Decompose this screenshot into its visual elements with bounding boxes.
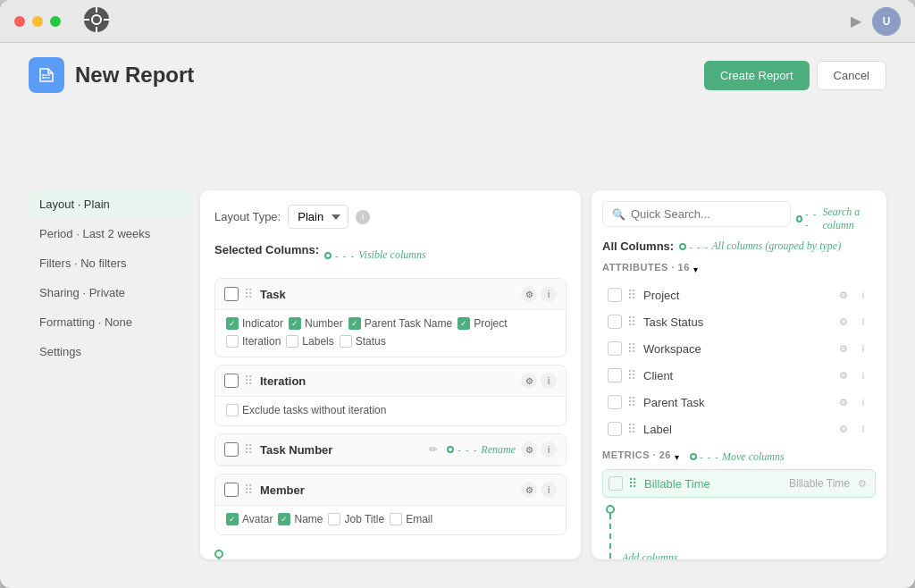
task-number-card-checkbox[interactable] [224, 442, 239, 457]
iteration-card-header: ⠿ Iteration ⚙ i [215, 365, 566, 397]
avatar-checkbox[interactable]: ✓ [226, 513, 239, 525]
sub-item-parent-task-name[interactable]: ✓ Parent Task Name [348, 317, 453, 330]
sub-item-number[interactable]: ✓ Number [289, 317, 343, 330]
iteration-drag-handle[interactable]: ⠿ [244, 374, 253, 388]
right-col-client[interactable]: ⠿ Client ⚙ i [602, 362, 876, 389]
iteration-card-checkbox[interactable] [224, 374, 239, 388]
maximize-button[interactable] [50, 16, 61, 27]
sidebar-item-filters[interactable]: Filters · No filters [29, 249, 189, 277]
member-card-checkbox[interactable] [224, 483, 239, 497]
client-settings-icon[interactable]: ⚙ [836, 368, 851, 382]
sidebar-item-settings[interactable]: Settings [29, 338, 189, 365]
workspace-settings-icon[interactable]: ⚙ [836, 341, 851, 356]
attributes-header[interactable]: ATTRIBUTES · 16 ▾ [602, 260, 876, 278]
add-column-right-top-dot[interactable] [606, 505, 615, 514]
right-col-billable-time[interactable]: ⠿ Billable Time Billable Time ⚙ [602, 469, 876, 498]
client-drag[interactable]: ⠿ [627, 368, 636, 382]
right-col-workspace[interactable]: ⠿ Workspace ⚙ i [602, 335, 876, 362]
task-status-info-icon[interactable]: i [856, 315, 870, 329]
billable-time-drag[interactable]: ⠿ [628, 476, 637, 491]
task-number-settings-btn[interactable]: ⚙ [521, 441, 537, 458]
task-status-col-checkbox[interactable] [608, 315, 622, 329]
iteration-checkbox[interactable] [226, 335, 239, 348]
billable-time-settings-icon[interactable]: ⚙ [855, 476, 869, 491]
task-number-info-btn[interactable]: i [541, 441, 557, 458]
sub-item-name[interactable]: ✓ Name [278, 513, 323, 525]
minimize-button[interactable] [32, 16, 43, 27]
sidebar-item-layout[interactable]: Layout · Plain [29, 190, 189, 218]
sidebar-item-formatting[interactable]: Formatting · None [29, 308, 189, 336]
right-col-task-status[interactable]: ⠿ Task Status ⚙ i [602, 308, 876, 335]
layout-type-select[interactable]: Plain Table Chart [288, 205, 348, 229]
iteration-settings-btn[interactable]: ⚙ [521, 373, 537, 389]
search-input[interactable] [631, 207, 781, 221]
play-icon[interactable]: ▶ [851, 13, 861, 29]
sub-item-job-title[interactable]: Job Title [328, 513, 384, 525]
labels-checkbox[interactable] [286, 335, 298, 348]
cancel-button[interactable]: Cancel [817, 61, 886, 90]
label-settings-icon[interactable]: ⚙ [836, 422, 851, 436]
indicator-checkbox[interactable]: ✓ [226, 317, 239, 330]
job-title-checkbox[interactable] [328, 513, 340, 525]
exclude-tasks-checkbox[interactable] [226, 404, 239, 416]
task-card-body: ✓ Indicator ✓ Number ✓ Parent Task Name [215, 310, 566, 357]
client-info-icon[interactable]: i [856, 368, 870, 382]
label-col-checkbox[interactable] [608, 422, 622, 436]
label-drag[interactable]: ⠿ [627, 422, 636, 436]
project-settings-icon[interactable]: ⚙ [836, 288, 851, 302]
label-info-icon[interactable]: i [856, 422, 870, 436]
project-info-icon[interactable]: i [856, 288, 870, 302]
task-number-drag-handle[interactable]: ⠿ [244, 442, 253, 457]
task-number-edit-icon[interactable]: ✏ [429, 443, 438, 456]
sidebar-item-sharing[interactable]: Sharing · Private [29, 279, 189, 307]
sub-item-email[interactable]: Email [390, 513, 432, 525]
workspace-info-icon[interactable]: i [856, 341, 870, 356]
task-card-checkbox[interactable] [224, 287, 239, 301]
sub-item-labels[interactable]: Labels [286, 335, 333, 348]
create-report-button[interactable]: Create Report [704, 61, 810, 90]
layout-info-icon[interactable]: i [356, 210, 370, 224]
parent-task-col-checkbox[interactable] [608, 395, 622, 409]
project-checkbox[interactable]: ✓ [458, 317, 470, 330]
sub-item-exclude-tasks[interactable]: Exclude tasks without iteration [226, 404, 386, 416]
parent-task-name-checkbox[interactable]: ✓ [348, 317, 361, 330]
member-info-btn[interactable]: i [541, 482, 557, 498]
billable-time-col-checkbox[interactable] [609, 476, 623, 491]
close-button[interactable] [14, 16, 25, 27]
client-col-checkbox[interactable] [608, 368, 622, 382]
workspace-drag[interactable]: ⠿ [627, 341, 636, 356]
task-status-settings-icon[interactable]: ⚙ [836, 315, 851, 329]
number-checkbox[interactable]: ✓ [289, 317, 301, 330]
project-drag[interactable]: ⠿ [627, 288, 636, 302]
add-column-top-dot[interactable] [214, 550, 223, 559]
right-col-project[interactable]: ⠿ Project ⚙ i [602, 281, 876, 308]
parent-task-settings-icon[interactable]: ⚙ [836, 395, 851, 409]
sub-item-iteration[interactable]: Iteration [226, 335, 281, 348]
right-col-label[interactable]: ⠿ Label ⚙ i [602, 416, 876, 442]
avatar[interactable]: U [872, 7, 901, 36]
right-col-parent-task[interactable]: ⠿ Parent Task ⚙ i [602, 389, 876, 416]
sub-item-status[interactable]: Status [340, 335, 386, 348]
attributes-chevron[interactable]: ▾ [693, 265, 698, 274]
sub-item-project[interactable]: ✓ Project [458, 317, 507, 330]
parent-task-drag[interactable]: ⠿ [627, 395, 636, 409]
task-info-btn[interactable]: i [541, 286, 557, 302]
member-settings-btn[interactable]: ⚙ [521, 482, 537, 498]
member-drag-handle[interactable]: ⠿ [244, 483, 253, 497]
right-search-box[interactable]: 🔍 [602, 201, 791, 227]
sub-item-indicator[interactable]: ✓ Indicator [226, 317, 283, 330]
iteration-info-btn[interactable]: i [541, 373, 557, 389]
status-checkbox[interactable] [340, 335, 352, 348]
task-drag-handle[interactable]: ⠿ [244, 287, 253, 301]
name-checkbox[interactable]: ✓ [278, 513, 290, 525]
workspace-col-checkbox[interactable] [608, 341, 622, 356]
task-status-drag[interactable]: ⠿ [627, 315, 636, 329]
sidebar-item-period[interactable]: Period · Last 2 weeks [29, 220, 189, 248]
metrics-header[interactable]: METRICS · 26 ▾ - - - Move columns [602, 448, 876, 466]
parent-task-info-icon[interactable]: i [856, 395, 870, 409]
project-col-checkbox[interactable] [608, 288, 622, 302]
metrics-chevron[interactable]: ▾ [675, 452, 679, 462]
task-settings-btn[interactable]: ⚙ [521, 286, 537, 302]
email-checkbox[interactable] [390, 513, 402, 525]
sub-item-avatar[interactable]: ✓ Avatar [226, 513, 273, 525]
